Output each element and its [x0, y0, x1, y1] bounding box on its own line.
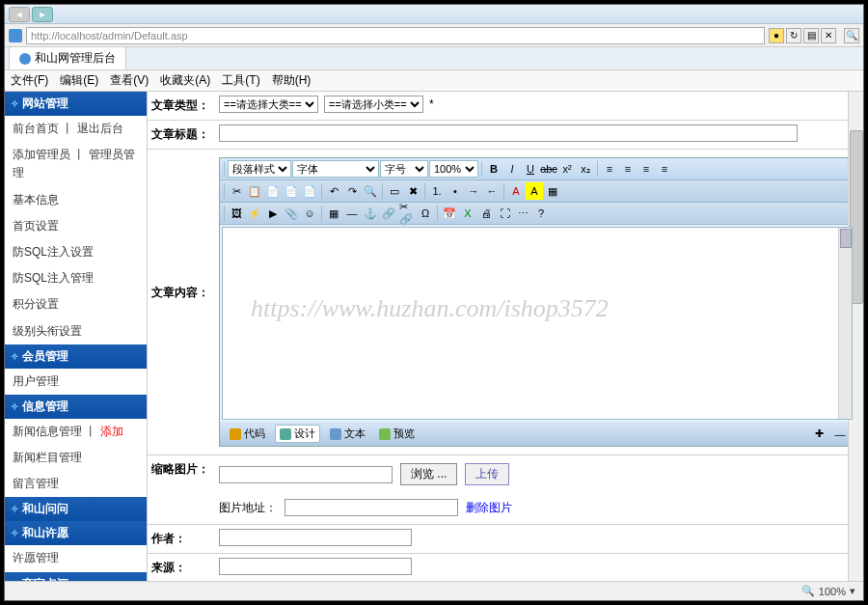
remove-format-icon[interactable]: ✖ — [404, 182, 421, 200]
editor-tab-preview[interactable]: 预览 — [375, 426, 419, 442]
paste-icon[interactable]: 📄 — [264, 182, 282, 200]
add-link[interactable]: 添加 — [100, 425, 123, 438]
editor-style-select[interactable]: 段落样式 — [228, 160, 291, 178]
flash-icon[interactable]: ⚡ — [246, 205, 263, 222]
input-thumb-file[interactable] — [219, 466, 393, 483]
fgcolor-icon[interactable]: A — [507, 182, 525, 200]
sidebar-item[interactable]: 首页设置 — [5, 213, 147, 239]
menu-help[interactable]: 帮助(H) — [272, 72, 312, 89]
input-source[interactable] — [219, 558, 412, 575]
compat-button[interactable]: ▤ — [803, 28, 819, 43]
sidebar-section-header[interactable]: 网站管理 — [5, 92, 147, 116]
stop-button[interactable]: ↻ — [786, 28, 801, 43]
emote-icon[interactable]: ☺ — [301, 205, 318, 222]
sidebar-item[interactable]: 新闻信息管理 丨 添加 — [5, 419, 147, 445]
link-icon[interactable]: 🔗 — [380, 205, 397, 222]
undo-icon[interactable]: ↶ — [325, 182, 342, 200]
upload-button[interactable]: 上传 — [465, 463, 509, 485]
ol-icon[interactable]: 1. — [428, 182, 446, 200]
zoom-dropdown-icon[interactable]: ▾ — [850, 585, 855, 597]
sidebar-item[interactable]: 基本信息 — [5, 187, 147, 213]
more-icon[interactable]: ⋯ — [514, 205, 531, 222]
media-icon[interactable]: ▶ — [264, 205, 282, 222]
editor-textarea[interactable] — [222, 227, 853, 420]
align-center-icon[interactable]: ≡ — [619, 160, 637, 178]
close-x-button[interactable]: ✕ — [821, 28, 836, 43]
editor-font-select[interactable]: 字体 — [292, 160, 379, 178]
symbol-icon[interactable]: Ω — [417, 205, 434, 222]
sidebar-item[interactable]: 许愿管理 — [5, 545, 147, 571]
browse-button[interactable]: 浏览 ... — [400, 463, 457, 485]
sidebar-section-header[interactable]: 信息管理 — [5, 395, 147, 419]
sidebar-item[interactable]: 防SQL注入管理 — [5, 265, 147, 291]
sidebar-item[interactable]: 新闻栏目管理 — [5, 445, 147, 471]
input-title[interactable] — [219, 124, 798, 142]
fullscreen-icon[interactable]: ⛶ — [496, 205, 513, 222]
anchor-icon[interactable]: ⚓ — [362, 205, 379, 222]
unlink-icon[interactable]: ✂🔗 — [398, 205, 416, 222]
sidebar-item[interactable]: 添加管理员 丨 管理员管理 — [5, 142, 147, 186]
image-icon[interactable]: 🖼 — [228, 205, 245, 222]
menu-file[interactable]: 文件(F) — [11, 72, 48, 89]
menu-view[interactable]: 查看(V) — [110, 72, 149, 89]
paste-text-icon[interactable]: 📄 — [283, 182, 300, 200]
sidebar-section-header[interactable]: 会员管理 — [5, 344, 147, 369]
underline-icon[interactable]: U — [522, 160, 539, 178]
sidebar-item[interactable]: 留言管理 — [5, 471, 147, 497]
select-main-category[interactable]: ==请选择大类== — [219, 96, 318, 113]
sidebar-section-header[interactable]: 和山问问 — [5, 497, 147, 521]
input-author[interactable] — [219, 529, 412, 546]
redo-icon[interactable]: ↷ — [343, 182, 361, 200]
nav-back-button[interactable]: ◄ — [9, 7, 30, 22]
url-field[interactable]: http://localhost/admin/Default.asp — [26, 27, 765, 44]
nav-forward-button[interactable]: ► — [32, 7, 53, 22]
print-icon[interactable]: 🖨 — [477, 205, 495, 222]
sidebar-item[interactable]: 用户管理 — [5, 369, 147, 395]
sidebar-item[interactable]: 级别头衔设置 — [5, 318, 147, 344]
zoom-icon[interactable]: 🔍 — [801, 585, 815, 597]
bgcolor-icon[interactable]: A — [526, 182, 543, 200]
input-thumb-addr[interactable] — [285, 499, 458, 516]
delete-image-link[interactable]: 删除图片 — [466, 500, 512, 516]
select-all-icon[interactable]: ▭ — [386, 182, 403, 200]
menu-tools[interactable]: 工具(T) — [222, 72, 259, 89]
editor-size-select[interactable]: 字号 — [380, 160, 428, 178]
menu-favorites[interactable]: 收藏夹(A) — [160, 72, 210, 89]
editor-zoom-select[interactable]: 100% — [429, 160, 478, 178]
ul-icon[interactable]: • — [447, 182, 464, 200]
refresh-button[interactable]: ● — [769, 28, 784, 43]
align-right-icon[interactable]: ≡ — [637, 160, 655, 178]
sidebar-item[interactable]: 前台首页 丨 退出后台 — [5, 116, 147, 142]
bold-icon[interactable]: B — [485, 160, 502, 178]
table-icon[interactable]: ▦ — [325, 205, 342, 222]
align-left-icon[interactable]: ≡ — [601, 160, 618, 178]
sub-icon[interactable]: x₂ — [577, 160, 594, 178]
outdent-icon[interactable]: ← — [483, 182, 501, 200]
editor-tab-code[interactable]: 代码 — [226, 426, 269, 442]
expand-icon[interactable]: ✚ — [810, 426, 827, 443]
cut-icon[interactable]: ✂ — [228, 182, 245, 200]
bg-icon[interactable]: ▦ — [544, 182, 561, 200]
sidebar-section-header[interactable]: 和山许愿 — [5, 521, 147, 545]
excel-icon[interactable]: X — [459, 205, 476, 222]
browser-tab[interactable]: 和山网管理后台 — [9, 46, 126, 69]
sup-icon[interactable]: x² — [558, 160, 576, 178]
help-icon[interactable]: ? — [532, 205, 550, 222]
paste-word-icon[interactable]: 📄 — [301, 182, 318, 200]
file-icon[interactable]: 📎 — [283, 205, 300, 222]
sidebar-item[interactable]: 防SQL注入设置 — [5, 239, 147, 265]
search-icon[interactable]: 🔍 — [844, 28, 859, 43]
copy-icon[interactable]: 📋 — [246, 182, 263, 200]
hr-icon[interactable]: — — [343, 205, 361, 222]
menu-edit[interactable]: 编辑(E) — [60, 72, 98, 89]
strike-icon[interactable]: abc — [540, 160, 557, 178]
editor-tab-design[interactable]: 设计 — [275, 425, 320, 443]
sidebar-section-header[interactable]: 商家点评 — [5, 572, 147, 581]
editor-tab-text[interactable]: 文本 — [326, 426, 369, 442]
align-justify-icon[interactable]: ≡ — [656, 160, 673, 178]
indent-icon[interactable]: → — [465, 182, 482, 200]
sidebar-item[interactable]: 积分设置 — [5, 291, 147, 317]
select-sub-category[interactable]: ==请选择小类== — [324, 96, 423, 113]
editor-scrollbar[interactable] — [838, 228, 852, 419]
find-icon[interactable]: 🔍 — [362, 182, 379, 200]
